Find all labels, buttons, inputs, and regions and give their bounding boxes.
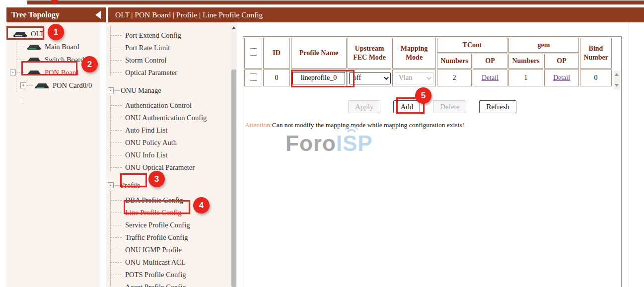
col-header-gem: gem: [508, 38, 579, 53]
delete-button[interactable]: Delete: [433, 100, 466, 113]
col-header-gem-numbers: Numbers: [508, 54, 543, 69]
nav-item-onu-optical-parameter[interactable]: ONU Optical Parameter: [106, 161, 237, 174]
nav-item-authentication-control[interactable]: Authentication Control: [106, 99, 237, 112]
line-profile-table: ID Profile Name Upstream FEC Mode Mappin…: [243, 37, 613, 87]
scroll-up-icon[interactable]: [615, 73, 619, 76]
tree-node-pon-board[interactable]: -PON Board: [6, 66, 100, 79]
tree-node-label: Switch Board: [43, 55, 85, 65]
gem-numbers: 1: [508, 70, 543, 86]
tree-connector-line: [23, 97, 23, 104]
tree-node-label: PON Board: [43, 68, 80, 77]
nav-item-onu-info-list[interactable]: ONU Info List: [106, 149, 237, 161]
mapping-mode-select[interactable]: Vlan: [395, 72, 433, 84]
nav-item-pots-profile-config[interactable]: POTS Profile Config: [106, 269, 237, 281]
button-row: Apply Add Delete Refresh: [243, 100, 621, 113]
foroisp-watermark: ForoISP: [286, 131, 373, 156]
collapse-icon[interactable]: -: [10, 70, 16, 75]
sidebar-panel: OLTMain BoardSwitch Board-PON Board+PON …: [6, 22, 100, 287]
expand-icon[interactable]: +: [20, 82, 26, 88]
collapse-icon[interactable]: -: [108, 182, 114, 188]
tree-node-label: Main Board: [43, 42, 81, 52]
nav-item-onu-igmp-profile[interactable]: ONU IGMP Profile: [106, 244, 237, 256]
refresh-button[interactable]: Refresh: [479, 100, 516, 113]
nav-panel: Port Extend ConfigPort Rate LimitStorm C…: [106, 22, 237, 287]
col-header-id: ID: [263, 38, 290, 69]
tree-node-label: PON Card0/0: [51, 81, 93, 90]
board-device-icon: [34, 82, 49, 89]
col-header-mapping-mode: Mapping Mode: [392, 38, 436, 69]
col-header-profile-name: Profile Name: [291, 38, 347, 69]
tcont-detail-link[interactable]: Detail: [482, 74, 499, 81]
nav-item-port-rate-limit[interactable]: Port Rate Limit: [106, 42, 237, 54]
mapping-mode-value: Vlan: [399, 74, 412, 82]
red-arrow-marker: [51, 0, 58, 5]
col-header-tcont-op: OP: [473, 54, 507, 69]
nav-item-agent-profile-config[interactable]: Agent Profile Config: [106, 281, 237, 287]
nav-item-port-extend-config[interactable]: Port Extend Config: [106, 29, 237, 42]
bind-number: 0: [580, 70, 612, 86]
nav-item-auto-find-list[interactable]: Auto Find List: [106, 124, 237, 137]
attention-message: Can not modify the mapping mode while ma…: [272, 121, 464, 129]
nav-item-traffic-profile-config[interactable]: Traffic Profile Config: [106, 231, 237, 244]
chevron-down-icon: [427, 75, 431, 80]
nav-item-storm-control[interactable]: Storm Control: [106, 54, 237, 67]
nav-item-onu-policy-auth[interactable]: ONU Policy Auth: [106, 137, 237, 149]
table-row: 0 off Vlan: [244, 70, 612, 86]
nav-scrollbar-thumb[interactable]: [231, 70, 236, 287]
sidebar-title: Tree Topology: [11, 10, 60, 19]
tree-node-main-board[interactable]: Main Board: [6, 40, 100, 53]
signal-arcs-icon: [343, 124, 360, 133]
board-device-icon: [26, 44, 41, 50]
breadcrumb-text: OLT | PON Board | Profile | Line Profile…: [115, 10, 263, 19]
apply-button[interactable]: Apply: [348, 100, 381, 113]
tree-node-label: OLT: [29, 29, 46, 39]
col-header-gem-op: OP: [544, 54, 579, 69]
board-device-icon: [26, 70, 41, 76]
profile-name-input[interactable]: [292, 72, 345, 84]
breadcrumb: OLT | PON Board | Profile | Line Profile…: [108, 7, 644, 22]
line-profile-config-box: ID Profile Name Upstream FEC Mode Mappin…: [243, 36, 622, 287]
app-root: Tree Topology OLT | PON Board | Profile …: [0, 0, 644, 287]
nav-item-line-profile-config[interactable]: Line Profile Config: [106, 207, 237, 219]
fec-mode-value: off: [353, 74, 361, 82]
tcont-numbers: 2: [437, 70, 472, 86]
nav-item-onu-multicast-acl[interactable]: ONU Multicast ACL: [106, 256, 237, 269]
add-button[interactable]: Add: [393, 100, 420, 113]
sidebar-header: Tree Topology: [6, 7, 106, 22]
tree-node-pon-card0-0[interactable]: +PON Card0/0: [6, 79, 100, 92]
attention-prefix: Attention:: [245, 121, 272, 129]
nav-item-dba-profile-config[interactable]: DBA Profile Config: [106, 194, 237, 207]
nav-item-onu-manage[interactable]: -ONU Manage: [106, 84, 237, 97]
olt-device-icon: [12, 31, 27, 37]
content-panel: ID Profile Name Upstream FEC Mode Mappin…: [237, 22, 644, 287]
nav-item-onu-authentication-config[interactable]: ONU Authentication Config: [106, 112, 237, 124]
nav-item-service-profile-config[interactable]: Service Profile Config: [106, 219, 237, 231]
nav-tree: Port Extend ConfigPort Rate LimitStorm C…: [106, 22, 237, 287]
select-all-cell: [244, 38, 262, 69]
col-header-tcont: TCont: [437, 38, 507, 53]
gem-detail-link[interactable]: Detail: [553, 74, 570, 81]
collapse-sidebar-icon[interactable]: [95, 11, 101, 19]
row-checkbox[interactable]: [250, 73, 257, 81]
content-divider: [629, 22, 629, 287]
table-scrollbar[interactable]: [614, 71, 620, 89]
scroll-up-icon[interactable]: [232, 26, 236, 29]
device-tree: OLTMain BoardSwitch Board-PON Board+PON …: [6, 22, 100, 92]
nav-scrollbar[interactable]: [231, 22, 237, 287]
fec-mode-select[interactable]: off: [349, 72, 391, 84]
nav-item-optical-parameter[interactable]: Optical Parameter: [106, 67, 237, 79]
col-header-bind-number: Bind Number: [580, 38, 612, 69]
board-device-icon: [26, 57, 41, 63]
chevron-down-icon: [384, 75, 389, 80]
col-header-upstream-fec: Upstream FEC Mode: [348, 38, 391, 69]
col-header-tcont-numbers: Numbers: [437, 54, 472, 69]
top-strip: [27, 0, 644, 4]
select-all-checkbox[interactable]: [250, 48, 257, 56]
scroll-down-icon[interactable]: [615, 84, 619, 87]
tree-node-switch-board[interactable]: Switch Board: [6, 53, 100, 66]
tree-node-olt[interactable]: OLT: [6, 27, 100, 40]
row-id: 0: [263, 70, 290, 86]
nav-item-profile[interactable]: -Profile: [106, 179, 237, 192]
collapse-icon[interactable]: -: [108, 87, 114, 93]
